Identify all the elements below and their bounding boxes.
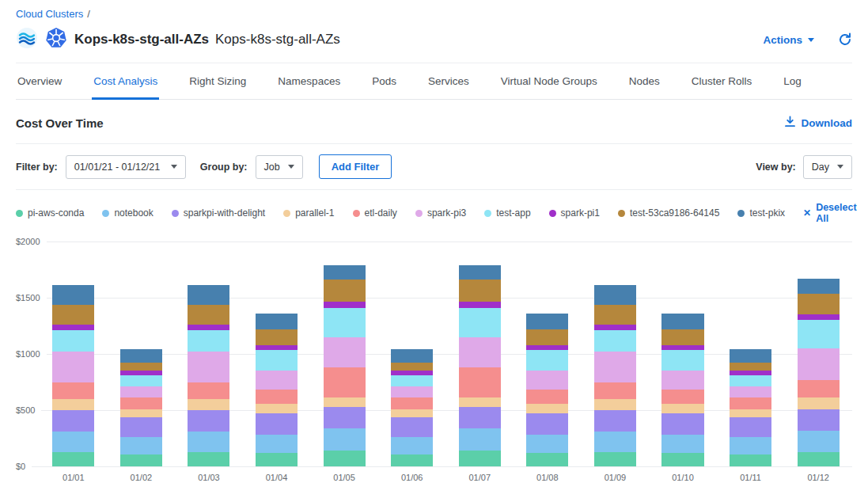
legend-item-test-pkix[interactable]: test-pkix — [737, 207, 785, 219]
bar-segment-spark-pi3[interactable] — [730, 386, 771, 397]
bar-segment-etl-daily[interactable] — [661, 390, 703, 404]
bar-segment-etl-daily[interactable] — [798, 380, 840, 398]
stacked-bar-01/09[interactable] — [594, 285, 636, 466]
bar-segment-spark-pi1[interactable] — [594, 325, 636, 330]
bar-segment-test-53ca9186-64145[interactable] — [120, 363, 162, 371]
bar-segment-test-53ca9186-64145[interactable] — [459, 280, 501, 302]
bar-segment-pi-aws-conda[interactable] — [730, 454, 771, 466]
bar-segment-test-53ca9186-64145[interactable] — [661, 329, 703, 345]
tab-overview[interactable]: Overview — [16, 63, 63, 100]
bar-segment-etl-daily[interactable] — [391, 397, 433, 409]
bar-segment-spark-pi1[interactable] — [459, 302, 501, 308]
bar-segment-parallel-1[interactable] — [459, 397, 501, 407]
view-by-select[interactable]: Day — [803, 155, 852, 179]
bar-segment-test-53ca9186-64145[interactable] — [391, 363, 433, 371]
legend-item-parallel-1[interactable]: parallel-1 — [283, 207, 334, 219]
bar-segment-parallel-1[interactable] — [391, 409, 433, 417]
bar-segment-parallel-1[interactable] — [256, 404, 298, 413]
bar-segment-sparkpi-with-delight[interactable] — [256, 413, 298, 434]
tab-cost-analysis[interactable]: Cost Analysis — [92, 63, 159, 100]
tab-pods[interactable]: Pods — [370, 63, 398, 100]
bar-segment-test-53ca9186-64145[interactable] — [526, 329, 568, 345]
bar-segment-pi-aws-conda[interactable] — [52, 452, 94, 466]
stacked-bar-01/02[interactable] — [120, 349, 162, 466]
bar-segment-test-app[interactable] — [594, 330, 636, 352]
bar-segment-spark-pi3[interactable] — [526, 371, 568, 390]
bar-segment-notebook[interactable] — [798, 431, 840, 451]
group-by-select[interactable]: Job — [256, 155, 303, 179]
bar-segment-test-pkix[interactable] — [188, 285, 229, 305]
tab-log[interactable]: Log — [782, 63, 803, 100]
bar-segment-parallel-1[interactable] — [594, 399, 636, 410]
legend-item-test-app[interactable]: test-app — [484, 207, 530, 219]
breadcrumb-link-cloud-clusters[interactable]: Cloud Clusters — [16, 8, 83, 20]
bar-segment-test-app[interactable] — [391, 375, 433, 386]
stacked-bar-01/11[interactable] — [730, 349, 771, 466]
bar-segment-test-pkix[interactable] — [391, 349, 433, 363]
legend-item-spark-pi1[interactable]: spark-pi1 — [549, 207, 600, 219]
bar-segment-spark-pi3[interactable] — [594, 352, 636, 382]
stacked-bar-01/03[interactable] — [188, 285, 229, 466]
bar-segment-spark-pi1[interactable] — [52, 325, 94, 330]
bar-segment-test-app[interactable] — [661, 350, 703, 371]
bar-segment-spark-pi3[interactable] — [391, 386, 433, 397]
stacked-bar-01/10[interactable] — [661, 314, 703, 466]
tab-right-sizing[interactable]: Right Sizing — [188, 63, 248, 100]
bar-segment-test-app[interactable] — [730, 375, 771, 386]
bar-segment-test-pkix[interactable] — [52, 285, 94, 305]
stacked-bar-01/06[interactable] — [391, 349, 433, 466]
bar-segment-notebook[interactable] — [256, 435, 298, 453]
legend-item-pi-aws-conda[interactable]: pi-aws-conda — [16, 207, 84, 219]
tab-services[interactable]: Services — [426, 63, 471, 100]
bar-segment-test-app[interactable] — [459, 308, 501, 338]
bar-segment-test-53ca9186-64145[interactable] — [256, 329, 298, 345]
bar-segment-pi-aws-conda[interactable] — [324, 451, 366, 466]
bar-segment-test-53ca9186-64145[interactable] — [594, 305, 636, 325]
bar-segment-pi-aws-conda[interactable] — [798, 452, 840, 466]
bar-segment-pi-aws-conda[interactable] — [594, 452, 636, 466]
bar-segment-parallel-1[interactable] — [120, 409, 162, 417]
date-range-select[interactable]: 01/01/21 - 01/12/21 — [66, 155, 186, 179]
bar-segment-pi-aws-conda[interactable] — [661, 453, 703, 466]
bar-segment-test-53ca9186-64145[interactable] — [730, 363, 771, 371]
tab-cluster-rolls[interactable]: Cluster Rolls — [690, 63, 754, 100]
bar-segment-parallel-1[interactable] — [798, 397, 840, 409]
bar-segment-spark-pi1[interactable] — [324, 302, 366, 308]
bar-segment-test-app[interactable] — [120, 375, 162, 386]
bar-segment-parallel-1[interactable] — [661, 404, 703, 413]
bar-segment-spark-pi1[interactable] — [188, 325, 229, 330]
bar-segment-etl-daily[interactable] — [594, 382, 636, 399]
bar-segment-sparkpi-with-delight[interactable] — [324, 407, 366, 429]
bar-segment-parallel-1[interactable] — [52, 399, 94, 410]
legend-item-test-53ca9186-64145[interactable]: test-53ca9186-64145 — [618, 207, 719, 219]
bar-segment-etl-daily[interactable] — [52, 382, 94, 399]
bar-segment-notebook[interactable] — [324, 428, 366, 451]
legend-item-notebook[interactable]: notebook — [102, 207, 153, 219]
bar-segment-sparkpi-with-delight[interactable] — [120, 417, 162, 437]
bar-segment-etl-daily[interactable] — [256, 390, 298, 404]
bar-segment-etl-daily[interactable] — [324, 367, 366, 397]
tab-virtual-node-groups[interactable]: Virtual Node Groups — [499, 63, 599, 100]
download-button[interactable]: Download — [784, 116, 853, 130]
bar-segment-sparkpi-with-delight[interactable] — [52, 410, 94, 432]
bar-segment-etl-daily[interactable] — [120, 397, 162, 409]
bar-segment-pi-aws-conda[interactable] — [526, 453, 568, 466]
bar-segment-test-53ca9186-64145[interactable] — [52, 305, 94, 325]
bar-segment-test-pkix[interactable] — [661, 314, 703, 329]
bar-segment-parallel-1[interactable] — [324, 397, 366, 407]
bar-segment-spark-pi1[interactable] — [798, 314, 840, 321]
bar-segment-test-app[interactable] — [188, 330, 229, 352]
stacked-bar-01/04[interactable] — [256, 314, 298, 466]
bar-segment-spark-pi3[interactable] — [661, 371, 703, 390]
bar-segment-etl-daily[interactable] — [459, 367, 501, 397]
tab-namespaces[interactable]: Namespaces — [276, 63, 342, 100]
bar-segment-test-app[interactable] — [52, 330, 94, 352]
bar-segment-spark-pi3[interactable] — [120, 386, 162, 397]
bar-segment-test-pkix[interactable] — [459, 265, 501, 280]
bar-segment-etl-daily[interactable] — [188, 382, 229, 399]
bar-segment-pi-aws-conda[interactable] — [391, 454, 433, 466]
bar-segment-test-pkix[interactable] — [594, 285, 636, 305]
bar-segment-sparkpi-with-delight[interactable] — [661, 413, 703, 434]
bar-segment-test-pkix[interactable] — [324, 265, 366, 280]
bar-segment-test-53ca9186-64145[interactable] — [798, 294, 840, 314]
